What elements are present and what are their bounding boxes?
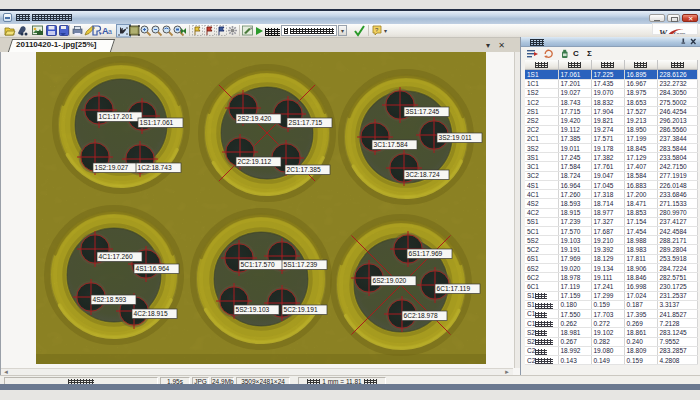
svg-text:5C1:17.570: 5C1:17.570 [241, 261, 275, 268]
svg-text:4S2:18.593: 4S2:18.593 [93, 296, 127, 303]
svg-text:W: W [659, 28, 668, 35]
svg-text:6S2:19.020: 6S2:19.020 [373, 277, 407, 284]
svg-text:1C2:18.743: 1C2:18.743 [138, 164, 172, 171]
svg-text:6C1:17.119: 6C1:17.119 [437, 285, 471, 292]
svg-text:4S1:16.964: 4S1:16.964 [136, 265, 170, 272]
svg-text:Seen: Seen [673, 30, 685, 35]
svg-text:3C1:17.584: 3C1:17.584 [374, 141, 408, 148]
svg-text:6C2:18.978: 6C2:18.978 [404, 312, 438, 319]
svg-text:3C2:18.724: 3C2:18.724 [406, 171, 440, 178]
svg-text:a: a [108, 28, 112, 35]
svg-text:3S1:17.245: 3S1:17.245 [406, 108, 440, 115]
svg-text:5C2:19.191: 5C2:19.191 [284, 306, 318, 313]
svg-text:2C1:17.385: 2C1:17.385 [287, 166, 321, 173]
svg-text:▾: ▾ [384, 28, 387, 34]
svg-text:5S2:19.103: 5S2:19.103 [236, 306, 270, 313]
svg-text:2S1:17.715: 2S1:17.715 [289, 119, 323, 126]
svg-text:1S1:17.061: 1S1:17.061 [140, 119, 174, 126]
svg-text:6S1:17.969: 6S1:17.969 [409, 250, 443, 257]
svg-text:3S2:19.011: 3S2:19.011 [439, 134, 473, 141]
svg-text:1S2:19.027: 1S2:19.027 [95, 164, 129, 171]
svg-text:2S2:19.420: 2S2:19.420 [238, 115, 272, 122]
svg-text:4C1:17.260: 4C1:17.260 [99, 253, 133, 260]
svg-text:1C1:17.201: 1C1:17.201 [99, 113, 133, 120]
svg-text:5S1:17.239: 5S1:17.239 [284, 261, 318, 268]
svg-text:2C2:19.112: 2C2:19.112 [238, 158, 272, 165]
svg-text:4C2:18.915: 4C2:18.915 [134, 310, 168, 317]
